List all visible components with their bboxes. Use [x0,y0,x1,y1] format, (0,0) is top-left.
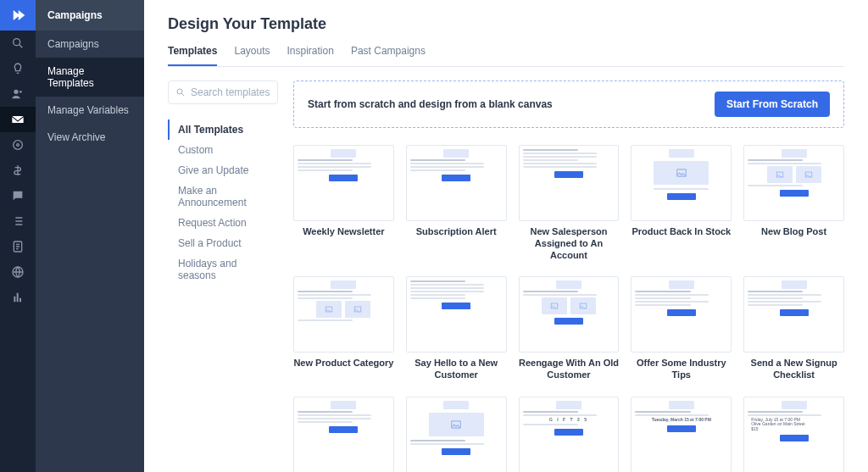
tab-past-campaigns[interactable]: Past Campaigns [351,45,426,66]
svg-point-4 [17,144,19,147]
template-card[interactable]: Request a Review [293,397,394,472]
tabs: Templates Layouts Inspiration Past Campa… [168,45,844,67]
template-card[interactable]: Share a Product [406,397,507,472]
template-thumbnail: Friday, July 15 at 7:00 PM Olive Garden … [743,397,844,472]
hint-nav-icon[interactable] [0,56,36,81]
sidebar-item-manage-templates[interactable]: Manage Templates [36,58,144,97]
site-nav-icon[interactable] [0,259,36,285]
search-icon [175,87,186,97]
template-card[interactable]: Subscription Alert [406,145,507,261]
reports-nav-icon[interactable] [0,285,36,310]
sidebar-item-campaigns[interactable]: Campaigns [36,31,144,58]
template-thumbnail [406,397,507,472]
conversations-nav-icon[interactable] [0,183,36,208]
sidebar-item-manage-variables[interactable]: Manage Variables [36,97,144,124]
template-label: Weekly Newsletter [303,226,384,238]
template-label: New Salesperson Assigned to An Account [519,226,620,261]
filter-column: Search templates All Templates Custom Gi… [168,81,278,472]
template-label: New Blog Post [761,226,826,238]
brand-logo[interactable] [0,0,36,31]
thumb-event-price: $15 [751,427,837,432]
template-label: Reengage With An Old Customer [519,358,620,381]
icon-rail [0,0,36,472]
svg-point-2 [19,91,22,93]
campaigns-nav-icon[interactable] [0,107,36,132]
contacts-nav-icon[interactable] [0,81,36,107]
template-thumbnail [631,145,732,221]
template-label: Subscription Alert [416,226,497,238]
start-scratch-banner: Start from scratch and design from a bla… [293,81,844,128]
template-card[interactable]: Friday, July 15 at 7:00 PM Olive Garden … [743,397,844,472]
filter-sell-product[interactable]: Sell a Product [168,233,278,253]
template-thumbnail [293,397,394,472]
lists-nav-icon[interactable] [0,208,36,234]
template-grid: Weekly Newsletter Subscription Alert [293,145,844,472]
filter-give-update[interactable]: Give an Update [168,160,278,180]
template-card[interactable]: Send a New Signup Checklist [743,276,844,381]
main-content: Design Your Template Templates Layouts I… [144,0,868,472]
template-thumbnail [293,276,394,353]
thumb-webinar-date: Tuesday, March 15 at 7:00 PM [635,418,727,423]
template-thumbnail [519,145,620,221]
filter-request-action[interactable]: Request Action [168,213,278,233]
filter-holidays[interactable]: Holidays and seasons [168,253,278,286]
sidebar: Campaigns Campaigns Manage Templates Man… [36,0,144,472]
template-card[interactable]: Weekly Newsletter [293,145,394,261]
template-label: New Product Category [293,358,393,369]
filter-announcement[interactable]: Make an Announcement [168,180,278,213]
filter-all-templates[interactable]: All Templates [168,119,278,140]
tab-layouts[interactable]: Layouts [234,45,270,66]
template-label: Send a New Signup Checklist [743,358,844,381]
page-title: Design Your Template [168,15,844,33]
template-card[interactable]: Say Hello to a New Customer [406,276,507,381]
svg-point-1 [14,90,18,94]
filter-custom[interactable]: Custom [168,140,278,160]
deals-nav-icon[interactable] [0,158,36,183]
template-thumbnail: G I F T 2 5 [519,397,620,472]
scratch-text: Start from scratch and design from a bla… [308,98,553,110]
forms-nav-icon[interactable] [0,234,36,259]
template-card[interactable]: Reengage With An Old Customer [519,276,620,381]
search-placeholder: Search templates [191,86,270,98]
template-label: Say Hello to a New Customer [406,358,507,381]
start-scratch-button[interactable]: Start From Scratch [715,92,830,117]
search-nav-icon[interactable] [0,31,36,56]
template-card[interactable]: G I F T 2 5 Make A Referral [519,397,620,472]
template-label: Offer Some Industry Tips [631,358,732,381]
template-thumbnail: Tuesday, March 15 at 7:00 PM [631,397,732,472]
template-card[interactable]: Product Back In Stock [631,145,732,261]
template-thumbnail [519,276,620,353]
template-thumbnail [743,145,844,221]
template-label: Product Back In Stock [632,226,731,238]
template-card[interactable]: New Product Category [293,276,394,381]
thumb-referral-code: G I F T 2 5 [523,418,615,423]
automations-nav-icon[interactable] [0,132,36,158]
sidebar-section-title: Campaigns [36,0,144,31]
svg-point-3 [14,141,23,150]
tab-templates[interactable]: Templates [168,45,217,66]
template-card[interactable]: New Blog Post [743,145,844,261]
template-card[interactable]: New Salesperson Assigned to An Account [519,145,620,261]
template-thumbnail [743,276,844,353]
svg-point-0 [14,39,20,46]
template-thumbnail [293,145,394,221]
tab-inspiration[interactable]: Inspiration [287,45,334,66]
filter-list: All Templates Custom Give an Update Make… [168,119,278,286]
template-card[interactable]: Tuesday, March 15 at 7:00 PM Sign Up For… [631,397,732,472]
template-thumbnail [406,276,507,353]
svg-point-7 [177,89,182,94]
template-card[interactable]: Offer Some Industry Tips [631,276,732,381]
template-thumbnail [631,276,732,353]
sidebar-item-view-archive[interactable]: View Archive [36,124,144,151]
template-thumbnail [406,145,507,221]
search-input[interactable]: Search templates [168,81,278,104]
